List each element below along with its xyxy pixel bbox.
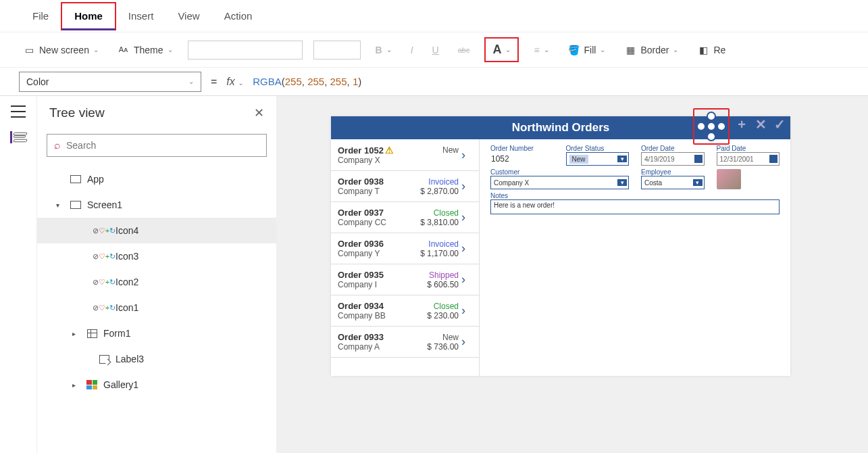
tree-item[interactable]: ⊘♡+↻Icon4 xyxy=(37,218,276,243)
fill-button[interactable]: 🪣 Fill ⌄ xyxy=(564,42,610,58)
tree-item-label: Gallery1 xyxy=(103,379,138,390)
fill-icon: 🪣 xyxy=(568,45,580,55)
icons-icon: ⊘♡+↻ xyxy=(98,250,110,262)
customer-select[interactable]: Company X▾ xyxy=(490,176,629,189)
order-status-label: Order Status xyxy=(566,145,630,152)
order-amount: $ 1,170.00 xyxy=(420,249,459,258)
cancel-icon[interactable]: ✕ xyxy=(754,118,767,131)
tree-item-label: Icon1 xyxy=(116,302,138,313)
border-icon: ▦ xyxy=(624,45,636,55)
menu-file[interactable]: File xyxy=(20,3,61,28)
order-status: Closed xyxy=(420,208,459,218)
order-list-item[interactable]: Order 0936Invoiced›Company Y$ 1,170.00 xyxy=(331,233,479,264)
order-list-item[interactable]: Order 0937Closed›Company CC$ 3,810.00 xyxy=(331,202,479,233)
chevron-right-icon: › xyxy=(461,148,472,162)
chevron-down-icon: ⌄ xyxy=(600,46,605,53)
order-list-item[interactable]: Order 0933New›Company A$ 736.00 xyxy=(331,327,479,358)
reorder-icon: ◧ xyxy=(697,45,709,55)
order-list: Order 1052⚠New›Company XOrder 0938Invoic… xyxy=(331,139,480,376)
calendar-icon xyxy=(769,155,777,163)
tree-item[interactable]: ⊘♡+↻Icon1 xyxy=(37,295,276,320)
icons-icon: ⊘♡+↻ xyxy=(98,302,110,314)
tree-view-icon[interactable] xyxy=(10,131,25,143)
menu-home[interactable]: Home xyxy=(61,2,116,30)
underline-button[interactable]: U xyxy=(428,42,443,58)
order-company: Company CC xyxy=(338,218,417,227)
add-icon[interactable]: + xyxy=(735,118,748,131)
order-status: Closed xyxy=(427,302,459,311)
order-status: Shipped xyxy=(427,270,459,280)
order-list-item[interactable]: Order 0934Closed›Company BB$ 230.00 xyxy=(331,295,479,327)
search-box[interactable]: ⌕ xyxy=(47,134,267,157)
reorder-label: Re xyxy=(713,45,725,55)
menu-icon[interactable] xyxy=(11,105,26,118)
tree-item[interactable]: ⊘♡+↻Icon2 xyxy=(37,269,276,295)
order-date-label: Order Date xyxy=(641,145,705,152)
fx-icon[interactable]: fx ⌄ xyxy=(226,76,243,88)
canvas: Northwind Orders + ✕ ✓ Order 1052⚠New›Co… xyxy=(277,96,868,453)
chevron-right-icon: › xyxy=(461,210,472,224)
tree-item[interactable]: App xyxy=(37,166,276,192)
font-color-button[interactable]: A⌄ xyxy=(484,37,519,62)
caret-icon: ▸ xyxy=(72,381,80,389)
formula-input[interactable]: RGBA(255, 255, 255, 1) xyxy=(253,76,361,88)
app-title: Northwind Orders xyxy=(512,121,610,134)
chevron-down-icon: ⌄ xyxy=(188,78,194,85)
new-screen-button[interactable]: ▭ New screen ⌄ xyxy=(19,42,103,58)
order-status: Invoiced xyxy=(420,239,459,249)
strike-button[interactable]: abc xyxy=(454,43,474,57)
screen-icon xyxy=(70,173,82,185)
tree-item[interactable]: ▾Screen1 xyxy=(37,192,276,218)
chevron-right-icon: › xyxy=(461,241,472,256)
paid-date-input[interactable]: 12/31/2001 xyxy=(717,152,780,166)
order-date-input[interactable]: 4/19/2019 xyxy=(641,152,705,166)
property-select[interactable]: Color ⌄ xyxy=(19,72,201,92)
tree-item-label: Form1 xyxy=(103,328,130,339)
tree-item[interactable]: ⊘♡+↻Icon3 xyxy=(37,243,276,269)
tree-item[interactable]: Label3 xyxy=(37,346,276,372)
italic-button[interactable]: I xyxy=(407,42,417,58)
theme-icon: Aᴀ xyxy=(118,45,130,54)
reorder-button[interactable]: ◧ Re xyxy=(693,42,730,58)
chevron-down-icon: ⌄ xyxy=(673,46,678,53)
tree-item-label: Icon2 xyxy=(116,277,138,287)
border-button[interactable]: ▦ Border ⌄ xyxy=(620,42,682,58)
order-number-value: 1052 xyxy=(490,152,554,166)
menu-bar: File Home Insert View Action xyxy=(0,0,868,32)
tree-item-label: Label3 xyxy=(116,354,144,364)
tree-item[interactable]: ▸Gallery1 xyxy=(37,372,276,398)
theme-label: Theme xyxy=(134,45,163,55)
screen-icon xyxy=(70,199,82,211)
tree-item[interactable]: ▸Form1 xyxy=(37,320,276,346)
theme-button[interactable]: Aᴀ Theme ⌄ xyxy=(113,42,177,58)
caret-icon: ▸ xyxy=(72,330,80,337)
close-icon[interactable]: ✕ xyxy=(254,105,264,120)
order-list-item[interactable]: Order 0938Invoiced›Company T$ 2,870.00 xyxy=(331,171,479,202)
icons-icon: ⊘♡+↻ xyxy=(98,224,110,237)
order-status-select[interactable]: New▾ xyxy=(566,152,630,166)
move-handle[interactable] xyxy=(693,108,730,145)
border-label: Border xyxy=(640,45,669,55)
order-title: Order 0938 xyxy=(338,176,417,187)
ribbon: ▭ New screen ⌄ Aᴀ Theme ⌄ B⌄ I U abc A⌄ … xyxy=(0,32,868,68)
font-size-select[interactable] xyxy=(313,41,361,59)
font-family-select[interactable] xyxy=(188,41,303,59)
order-company: Company BB xyxy=(338,311,424,320)
menu-insert[interactable]: Insert xyxy=(116,3,166,28)
left-rail xyxy=(0,96,37,453)
order-company: Company Y xyxy=(338,249,417,258)
notes-input[interactable]: Here is a new order! xyxy=(490,199,780,214)
align-button[interactable]: ≡⌄ xyxy=(530,42,553,58)
order-list-item[interactable]: Order 1052⚠New›Company X xyxy=(331,139,479,171)
tree-item-label: Icon4 xyxy=(116,225,138,236)
bold-button[interactable]: B⌄ xyxy=(372,42,396,58)
submit-icon[interactable]: ✓ xyxy=(773,118,786,131)
menu-view[interactable]: View xyxy=(165,3,211,28)
tree-item-label: Icon3 xyxy=(116,251,138,262)
menu-action[interactable]: Action xyxy=(212,3,265,28)
search-input[interactable] xyxy=(66,140,259,151)
employee-select[interactable]: Costa▾ xyxy=(641,176,705,189)
order-amount: $ 3,810.00 xyxy=(420,218,459,227)
tree-item-label: Screen1 xyxy=(87,199,122,210)
order-list-item[interactable]: Order 0935Shipped›Company I$ 606.50 xyxy=(331,264,479,295)
